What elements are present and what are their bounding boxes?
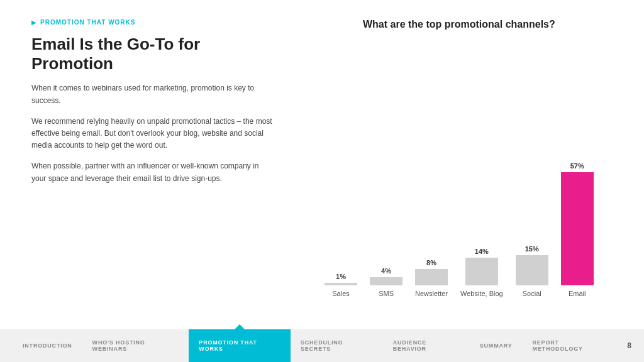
bar-item: 8%Newsletter [415,259,448,298]
bar-label: Social [523,289,541,298]
bar-label: Website, Blog [460,289,503,298]
bar-label: Email [569,289,586,298]
bar-rect [465,258,498,285]
nav-item-summary[interactable]: SUMMARY [470,329,523,362]
chart-title: What are the top promotional channels? [306,19,613,30]
bar-value: 1% [336,273,346,280]
body-text-3: When possible, partner with an influence… [31,160,274,184]
nav-item-who-s-hosting-webinars[interactable]: WHO'S HOSTING WEBINARS [82,329,189,362]
main-content: ▶ PROMOTION THAT WORKS Email Is the Go-T… [0,0,644,329]
bottom-nav: INTRODUCTIONWHO'S HOSTING WEBINARSPROMOT… [0,329,644,362]
nav-items: INTRODUCTIONWHO'S HOSTING WEBINARSPROMOT… [13,329,619,362]
bar-value: 8% [426,259,436,266]
bar-item: 15%Social [516,245,548,298]
section-label-text: PROMOTION THAT WORKS [40,19,135,26]
nav-item-report-methodology[interactable]: REPORT METHODOLOGY [523,329,619,362]
nav-item-promotion-that-works[interactable]: PROMOTION THAT WORKS [189,329,291,362]
bar-rect [516,255,548,285]
bar-rect [415,269,448,285]
nav-item-introduction[interactable]: INTRODUCTION [13,329,82,362]
bar-item: 14%Website, Blog [460,248,503,299]
section-label: ▶ PROMOTION THAT WORKS [31,19,274,26]
page-number: 8 [619,341,631,350]
bar-group: 1%Sales4%SMS8%Newsletter14%Website, Blog… [325,160,594,298]
bar-rect [325,283,357,285]
bar-item: 1%Sales [325,273,357,298]
nav-item-scheduling-secrets[interactable]: SCHEDULING SECRETS [291,329,383,362]
bar-value: 4% [381,267,391,275]
section-arrow-icon: ▶ [31,19,36,26]
chart-area: 1%Sales4%SMS8%Newsletter14%Website, Blog… [306,43,613,317]
bar-label: Sales [332,289,350,298]
bar-item: 4%SMS [370,267,402,298]
bar-label: Newsletter [415,289,448,298]
body-text-1: When it comes to webinars used for marke… [31,82,274,106]
left-panel: ▶ PROMOTION THAT WORKS Email Is the Go-T… [31,19,293,317]
bar-rect [561,172,594,285]
right-panel: What are the top promotional channels? 1… [293,19,613,317]
bar-label: SMS [379,289,394,298]
bar-value: 15% [525,245,539,253]
nav-item-audience-behavior[interactable]: AUDIENCE BEHAVIOR [383,329,470,362]
bar-value: 14% [475,248,489,255]
bar-value: 57% [570,162,584,170]
body-text-2: We recommend relying heavily on unpaid p… [31,116,274,152]
bar-rect [370,277,402,285]
page-title: Email Is the Go-To for Promotion [31,35,274,74]
bar-item: 57%Email [561,162,594,298]
